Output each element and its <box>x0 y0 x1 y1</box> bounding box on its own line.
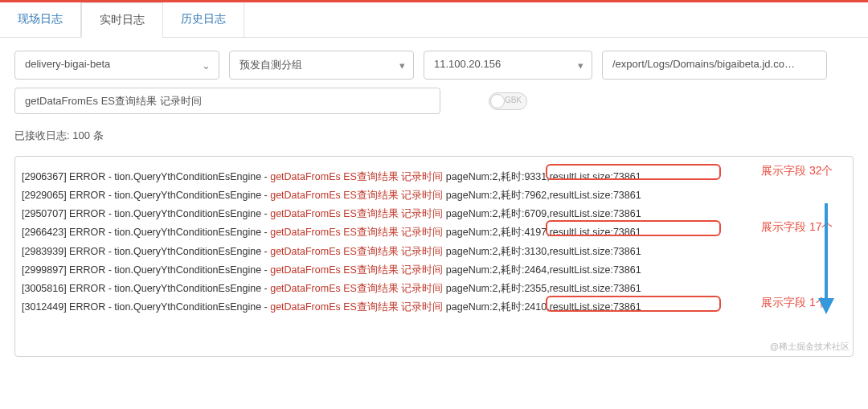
chevron-down-icon: ▾ <box>399 59 405 72</box>
ip-select-value: 11.100.20.156 <box>434 58 501 70</box>
log-line: [2983939] ERROR - tion.QueryYthCondition… <box>22 243 846 261</box>
log-line: [2999897] ERROR - tion.QueryYthCondition… <box>22 261 846 280</box>
arrow-down-icon <box>814 203 838 316</box>
group-select-value: 预发自测分组 <box>240 59 302 71</box>
filter-row: delivery-bigai-beta ⌄ 预发自测分组 ▾ 11.100.20… <box>0 38 868 88</box>
tab-onsite-logs[interactable]: 现场日志 <box>0 2 81 37</box>
chevron-down-icon: ▾ <box>578 59 583 72</box>
log-line: [3012449] ERROR - tion.QueryYthCondition… <box>22 298 846 317</box>
group-select[interactable]: 预发自测分组 ▾ <box>229 51 414 80</box>
encoding-toggle[interactable]: GBK <box>489 92 527 110</box>
toggle-knob <box>490 94 505 108</box>
log-line: [2950707] ERROR - tion.QueryYthCondition… <box>22 205 846 223</box>
search-input[interactable] <box>14 88 440 114</box>
log-line: [2929065] ERROR - tion.QueryYthCondition… <box>22 186 846 205</box>
chevron-down-icon: ⌄ <box>202 59 211 72</box>
ip-select[interactable]: 11.100.20.156 ▾ <box>424 51 592 80</box>
toggle-label: GBK <box>505 96 522 104</box>
log-area: [2906367] ERROR - tion.QueryYthCondition… <box>14 156 854 357</box>
app-select[interactable]: delivery-bigai-beta ⌄ <box>14 51 219 80</box>
tab-realtime-logs[interactable]: 实时日志 <box>81 2 163 38</box>
annotation-label-1: 展示字段 32个 <box>761 164 833 178</box>
log-line: [2906367] ERROR - tion.QueryYthCondition… <box>22 168 846 186</box>
app-select-value: delivery-bigai-beta <box>25 58 110 70</box>
log-line: [2966423] ERROR - tion.QueryYthCondition… <box>22 223 846 242</box>
path-select-value: /export/Logs/Domains/bigaibeta.jd.com/se… <box>612 58 821 70</box>
tabs: 现场日志 实时日志 历史日志 <box>0 2 868 38</box>
log-count-status: 已接收日志: 100 条 <box>0 125 868 153</box>
path-select[interactable]: /export/Logs/Domains/bigaibeta.jd.com/se… <box>602 51 827 80</box>
log-line: [3005816] ERROR - tion.QueryYthCondition… <box>22 280 846 298</box>
tab-history-logs[interactable]: 历史日志 <box>163 2 244 37</box>
search-row: GBK <box>0 88 868 125</box>
svg-marker-1 <box>818 298 834 314</box>
watermark: @稀土掘金技术社区 <box>770 341 850 353</box>
